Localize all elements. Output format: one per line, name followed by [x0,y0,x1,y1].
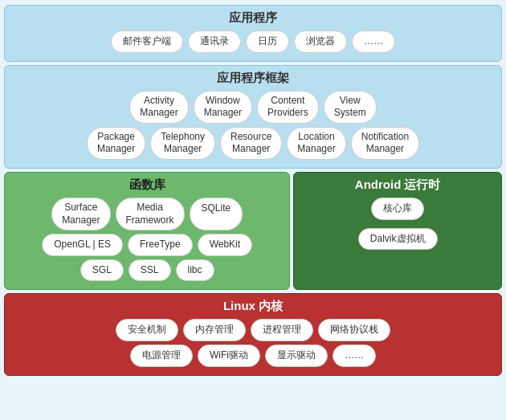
main-container: 应用程序 邮件客户端 通讯录 日历 浏览器 …… 应用程序框架 Activity… [4,5,502,376]
lib-item-8[interactable]: libc [176,259,214,282]
kernel-item-2[interactable]: 进程管理 [251,319,313,341]
lib-row1: Surface Manager Media Framework SQLite [11,198,283,230]
kernel-item-1[interactable]: 内存管理 [183,319,246,341]
fw-item-2[interactable]: Content Providers [257,91,319,124]
app-layer-title: 应用程序 [11,10,495,26]
kernel-item-4[interactable]: 电源管理 [130,345,193,367]
runtime-row: 核心库 Dalvik虚拟机 [300,198,495,250]
app-layer: 应用程序 邮件客户端 通讯录 日历 浏览器 …… [4,5,502,62]
runtime-layer: Android 运行时 核心库 Dalvik虚拟机 [293,172,502,290]
lib-row2: OpenGL | ES FreeType WebKit [11,234,283,256]
app-item-1[interactable]: 通讯录 [188,31,241,53]
lib-item-3[interactable]: OpenGL | ES [42,234,123,256]
libraries-title: 函数库 [11,177,283,193]
fw-item-1[interactable]: Window Manager [194,91,252,124]
fw-item-0[interactable]: Activity Manager [129,91,188,124]
lib-item-2[interactable]: SQLite [190,198,243,230]
kernel-item-5[interactable]: WiFi驱动 [198,345,260,367]
runtime-title: Android 运行时 [300,177,495,193]
lib-item-6[interactable]: SGL [80,259,124,282]
fw-item-3[interactable]: View System [324,91,377,124]
lib-item-4[interactable]: FreeType [128,234,193,256]
framework-row2: Package Manager Telephony Manager Resour… [11,127,495,160]
kernel-row1: 安全机制 内存管理 进程管理 网络协议栈 [11,319,495,341]
framework-row1: Activity Manager Window Manager Content … [11,91,495,124]
middle-row: 函数库 Surface Manager Media Framework SQLi… [4,172,502,290]
app-item-3[interactable]: 浏览器 [294,31,347,53]
runtime-item-1[interactable]: Dalvik虚拟机 [358,228,438,251]
kernel-item-7[interactable]: …… [333,345,376,367]
lib-item-5[interactable]: WebKit [198,234,252,256]
framework-layer-title: 应用程序框架 [11,71,495,86]
lib-item-1[interactable]: Media Framework [116,198,185,230]
framework-layer: 应用程序框架 Activity Manager Window Manager C… [4,65,502,169]
kernel-row2: 电源管理 WiFi驱动 显示驱动 …… [11,345,495,367]
app-pills-row: 邮件客户端 通讯录 日历 浏览器 …… [11,31,495,53]
kernel-layer: Linux 内核 安全机制 内存管理 进程管理 网络协议栈 电源管理 WiFi驱… [4,293,502,375]
runtime-item-0[interactable]: 核心库 [371,198,424,220]
kernel-item-3[interactable]: 网络协议栈 [318,319,390,341]
lib-row3: SGL SSL libc [11,259,283,282]
kernel-title: Linux 内核 [11,299,495,314]
libraries-layer: 函数库 Surface Manager Media Framework SQLi… [4,172,290,290]
kernel-item-6[interactable]: 显示驱动 [265,345,328,367]
fw-item-7[interactable]: Location Manager [287,127,345,160]
app-item-0[interactable]: 邮件客户端 [111,31,183,53]
fw-item-4[interactable]: Package Manager [87,127,145,160]
lib-item-7[interactable]: SSL [129,259,171,282]
fw-item-5[interactable]: Telephony Manager [150,127,215,160]
kernel-item-0[interactable]: 安全机制 [116,319,178,341]
fw-item-6[interactable]: Resource Manager [220,127,282,160]
fw-item-8[interactable]: Notification Manager [351,127,419,160]
lib-item-0[interactable]: Surface Manager [51,198,110,230]
app-item-2[interactable]: 日历 [246,31,289,53]
app-item-4[interactable]: …… [352,31,395,53]
